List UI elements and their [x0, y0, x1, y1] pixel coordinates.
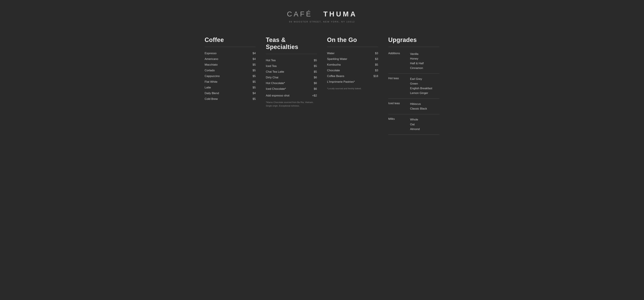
teas-footnote: *Marou Chocolate sourced from Ba Ria, Vi… [266, 101, 317, 108]
teas-section-title: Teas & Specialties [266, 37, 317, 51]
item-name: Hot Chocolate* [266, 82, 285, 85]
teas-items: Hot Tea $5 Iced Tea $5 Chai Tea Latte $5… [266, 59, 317, 91]
brand-label: THUMA [323, 10, 357, 18]
item-name: L'Imprimerie Pastries* [327, 80, 355, 84]
item-name: Chai Tea Latte [266, 70, 284, 74]
table-row: Hot Tea $5 [266, 59, 317, 62]
cafe-label: CAFÉ [287, 10, 312, 18]
upgrade-values: Vanilla Honey Half & Half Cinnamon [410, 52, 424, 71]
upgrade-values: Earl Grey Green English Breakfast Lemon … [410, 77, 432, 96]
table-row: Iced Chocolate* $6 [266, 87, 317, 91]
upgrade-row: MilksWhole Oat Almond [388, 114, 440, 135]
table-row: Kombucha $5 [327, 63, 378, 67]
on-the-go-divider [327, 47, 378, 47]
item-price: $5 [252, 69, 256, 72]
upgrade-values: Whole Oat Almond [410, 117, 420, 131]
table-row: Chai Tea Latte $5 [266, 70, 317, 74]
header: CAFÉ THUMA 99 WOOSTER STREET, NEW YORK, … [287, 10, 357, 23]
item-price: $3 [375, 57, 378, 61]
table-row: Flat White $5 [204, 80, 256, 84]
item-name: Dirty Chai [266, 76, 278, 79]
item-name: Espresso [204, 52, 216, 55]
item-name: Chocolate [327, 69, 340, 72]
table-row: Coffee Beans $18 [327, 75, 378, 78]
item-name: Latte [204, 86, 211, 89]
table-row: Macchiato $5 [204, 63, 256, 67]
header-subtitle: 99 WOOSTER STREET, NEW YORK, NY 10012 [287, 21, 357, 23]
table-row: Daily Blend $4 [204, 92, 256, 95]
item-name: Cold Brew [204, 97, 218, 101]
item-price: $3 [375, 69, 378, 72]
item-name: Iced Tea [266, 65, 276, 68]
item-name: Americano [204, 57, 218, 61]
upgrade-label: Iced teas [388, 102, 405, 111]
upgrade-row: Iced teasHibiscus Classic Black [388, 99, 440, 114]
upgrade-row: AdditionsVanilla Honey Half & Half Cinna… [388, 52, 440, 74]
item-price: $5 [252, 80, 256, 84]
table-row: Espresso $4 [204, 52, 256, 55]
item-price: $5 [314, 65, 317, 68]
add-on-price: +$2 [312, 94, 317, 97]
table-row: Iced Tea $5 [266, 65, 317, 68]
item-name: Flat White [204, 80, 218, 84]
item-price: $18 [374, 75, 378, 78]
teas-divider [266, 54, 317, 54]
item-name: Kombucha [327, 63, 340, 67]
upgrade-row: Hot teasEarl Grey Green English Breakfas… [388, 74, 440, 99]
add-on-name: Add espresso shot [266, 94, 290, 97]
upgrade-label: Hot teas [388, 77, 405, 96]
item-price: $5 [375, 63, 378, 67]
item-name: Cortado [204, 69, 215, 72]
on-the-go-section: On the Go Water $3 Sparkling Water $3 Ko… [327, 37, 378, 135]
item-name: Cappuccino [204, 75, 220, 78]
table-row: Hot Chocolate* $6 [266, 82, 317, 85]
item-price: $4 [252, 57, 256, 61]
item-name: Water [327, 52, 334, 55]
coffee-items: Espresso $4 Americano $4 Macchiato $5 Co… [204, 52, 256, 101]
item-price: $5 [252, 97, 256, 101]
item-price: $6 [314, 76, 317, 79]
upgrade-label: Milks [388, 117, 405, 131]
on-the-go-section-title: On the Go [327, 37, 378, 44]
item-price: $5 [252, 63, 256, 67]
teas-section: Teas & Specialties Hot Tea $5 Iced Tea $… [266, 37, 317, 135]
brand-title: CAFÉ THUMA [287, 10, 357, 18]
item-price: $6 [314, 87, 317, 91]
upgrades-divider [388, 47, 440, 47]
add-espresso-item: Add espresso shot +$2 [266, 94, 317, 97]
item-name: Hot Tea [266, 59, 276, 62]
table-row: Americano $4 [204, 57, 256, 61]
upgrade-groups: AdditionsVanilla Honey Half & Half Cinna… [388, 52, 440, 135]
on-the-go-footnote: *Locally sourced and freshly baked. [327, 87, 378, 90]
table-row: Cappuccino $5 [204, 75, 256, 78]
item-name: Sparkling Water [327, 57, 347, 61]
item-price: $5 [314, 59, 317, 62]
item-price: $5 [252, 86, 256, 89]
menu-grid: Coffee Espresso $4 Americano $4 Macchiat… [204, 37, 440, 135]
item-name: Daily Blend [204, 92, 219, 95]
item-price: $4 [252, 92, 256, 95]
item-name: Macchiato [204, 63, 218, 67]
table-row: Cold Brew $5 [204, 97, 256, 101]
upgrades-section: Upgrades AdditionsVanilla Honey Half & H… [388, 37, 440, 135]
item-price: $5 [314, 70, 317, 74]
table-row: Sparkling Water $3 [327, 57, 378, 61]
coffee-section-title: Coffee [204, 37, 256, 44]
table-row: L'Imprimerie Pastries* [327, 80, 378, 84]
table-row: Cortado $5 [204, 69, 256, 72]
table-row: Chocolate $3 [327, 69, 378, 72]
table-row: Dirty Chai $6 [266, 76, 317, 79]
item-price: $4 [252, 52, 256, 55]
upgrades-section-title: Upgrades [388, 37, 440, 44]
upgrade-label: Additions [388, 52, 405, 71]
on-the-go-items: Water $3 Sparkling Water $3 Kombucha $5 … [327, 52, 378, 84]
item-name: Coffee Beans [327, 75, 344, 78]
table-row: Latte $5 [204, 86, 256, 89]
coffee-section: Coffee Espresso $4 Americano $4 Macchiat… [204, 37, 256, 135]
coffee-divider [204, 47, 256, 47]
item-name: Iced Chocolate* [266, 87, 286, 91]
item-price: $3 [375, 52, 378, 55]
table-row: Water $3 [327, 52, 378, 55]
item-price: $5 [252, 75, 256, 78]
item-price: $6 [314, 82, 317, 85]
